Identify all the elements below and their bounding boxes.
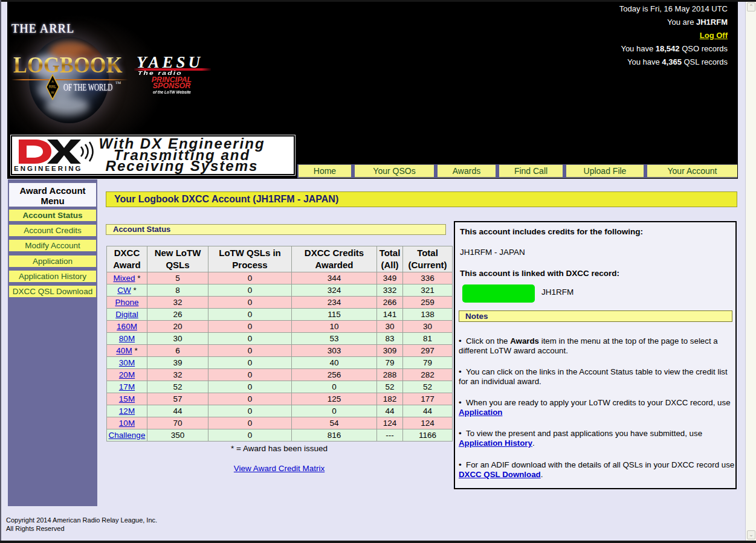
svg-text:A: A	[51, 80, 54, 83]
svg-text:RRL: RRL	[49, 85, 57, 89]
svg-text:W: W	[51, 91, 54, 94]
